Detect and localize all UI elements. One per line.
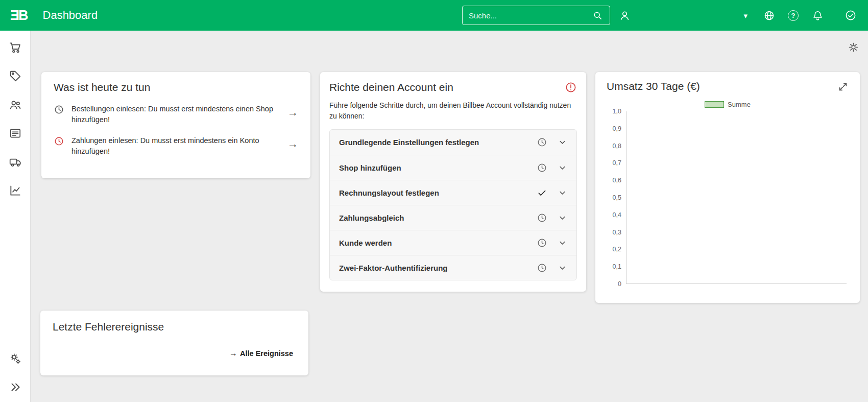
step-label: Shop hinzufügen [339,163,537,172]
app-window: ƎB Dashboard ▾ [0,0,868,402]
sidebar-settings-gears-icon[interactable] [9,352,22,365]
legend-label: Summe [728,101,751,108]
todo-item-text: Zahlungen einlesen: Du musst erst mindes… [71,135,280,157]
todo-card: Was ist heute zu tun Bestellungen einles… [41,72,310,178]
y-tick: 0,5 [613,194,621,201]
setup-step-become-customer[interactable]: Kunde werden [330,230,576,255]
globe-icon[interactable] [762,8,776,22]
chart-legend: Summe [607,101,849,108]
chevron-down-icon[interactable] [558,137,567,147]
account-setup-title: Richte deinen Account ein [329,81,453,93]
chevron-down-icon[interactable] [558,188,567,198]
global-search [462,6,610,25]
y-tick: 0,7 [613,159,621,167]
account-setup-card: Richte deinen Account ein Führe folgende… [320,72,586,292]
sidebar-item-customers-users[interactable] [9,98,22,111]
dashboard-settings-gear-icon[interactable] [847,41,860,54]
legend-swatch [705,101,724,108]
alert-exclamation-icon [565,81,577,93]
arrow-right-icon: → [229,349,237,358]
step-label: Grundlegende Einstellungen festlegen [339,138,537,147]
all-events-link-label: Alle Ereignisse [240,349,293,358]
chart-card-header: Umsatz 30 Tage (€) [607,80,849,92]
search-icon[interactable] [590,8,605,22]
account-setup-intro: Führe folgende Schritte durch, um deinen… [329,100,577,122]
sidebar-expand-double-chevron-icon[interactable] [9,381,22,394]
y-tick: 0,8 [613,143,621,150]
step-label: Zahlungsabgleich [339,214,537,222]
y-tick: 0,1 [613,263,621,270]
y-axis-tick-labels: 1,0 0,9 0,8 0,7 0,6 0,5 0,4 0,3 0,2 0,1 … [607,111,626,284]
status-check-circle-icon[interactable] [843,8,858,22]
arrow-right-icon[interactable]: → [287,107,298,117]
y-tick: 1,0 [613,108,621,115]
setup-step-two-factor-auth[interactable]: Zwei-Faktor-Authentifizierung [330,255,576,280]
chevron-down-icon[interactable] [558,163,567,173]
setup-steps-accordion: Grundlegende Einstellungen festlegen Sho… [329,129,577,280]
clock-icon [537,137,547,148]
todo-item-payments: Zahlungen einlesen: Du musst erst mindes… [54,135,298,157]
clock-icon [537,212,547,223]
setup-step-add-shop[interactable]: Shop hinzufügen [330,155,576,180]
revenue-chart-card: Umsatz 30 Tage (€) Summe 1,0 0,9 0,8 0,7 [595,72,860,303]
sidebar-item-shipping-truck[interactable] [9,155,22,169]
sidebar-item-reports-chart[interactable] [9,184,22,197]
billbee-logo[interactable]: ƎB [10,8,28,23]
search-input[interactable] [468,11,590,20]
sidebar-nav [0,31,31,402]
setup-step-basic-settings[interactable]: Grundlegende Einstellungen festlegen [330,130,576,155]
setup-step-payment-reconciliation[interactable]: Zahlungsabgleich [330,205,576,230]
all-events-link[interactable]: → Alle Ereignisse [229,349,293,358]
clock-icon [537,238,547,248]
user-menu[interactable]: ▾ [617,8,748,22]
help-icon[interactable]: ? [788,10,799,21]
header-icon-cluster: ? [762,8,858,22]
account-setup-header: Richte deinen Account ein [329,81,577,93]
user-icon[interactable] [617,8,632,22]
chart-title: Umsatz 30 Tage (€) [607,80,700,92]
setup-step-invoice-layout[interactable]: Rechnungslayout festlegen [330,180,576,205]
y-tick: 0,4 [613,211,621,219]
clock-icon [54,104,64,115]
y-tick: 0,9 [613,125,621,132]
chevron-down-icon[interactable]: ▾ [743,12,748,19]
step-label: Zwei-Faktor-Authentifizierung [339,264,537,272]
y-tick: 0,3 [613,229,621,236]
notifications-bell-icon[interactable] [810,8,825,22]
clock-icon [537,162,547,173]
step-label: Kunde werden [339,239,537,247]
help-glyph: ? [791,12,795,19]
main-content: Was ist heute zu tun Bestellungen einles… [31,31,868,402]
error-events-title: Letzte Fehlerereignisse [53,321,296,333]
chart-plot: 1,0 0,9 0,8 0,7 0,6 0,5 0,4 0,3 0,2 0,1 … [607,111,849,284]
chevron-down-icon[interactable] [558,213,567,223]
step-label: Rechnungslayout festlegen [339,188,537,197]
todo-item-orders: Bestellungen einlesen: Du musst erst min… [54,104,298,125]
y-tick: 0 [618,280,621,288]
chevron-down-icon[interactable] [558,263,567,273]
sidebar-item-invoices[interactable] [9,127,22,140]
sidebar-item-orders[interactable] [9,41,22,54]
chevron-down-icon[interactable] [558,238,567,248]
top-navbar: ƎB Dashboard ▾ [0,0,868,31]
clock-alert-icon [54,136,64,147]
expand-icon[interactable] [837,81,849,92]
todo-card-title: Was ist heute zu tun [54,81,298,93]
sidebar-item-products-tag[interactable] [9,69,22,83]
check-icon [537,187,547,198]
page-title: Dashboard [43,9,98,22]
y-tick: 0,2 [613,246,621,253]
y-tick: 0,6 [613,177,621,184]
error-events-card: Letzte Fehlerereignisse → Alle Ereigniss… [40,311,308,375]
clock-icon [537,263,547,273]
todo-item-text: Bestellungen einlesen: Du musst erst min… [71,104,280,125]
chart-plot-area [626,111,847,284]
arrow-right-icon[interactable]: → [287,138,298,149]
